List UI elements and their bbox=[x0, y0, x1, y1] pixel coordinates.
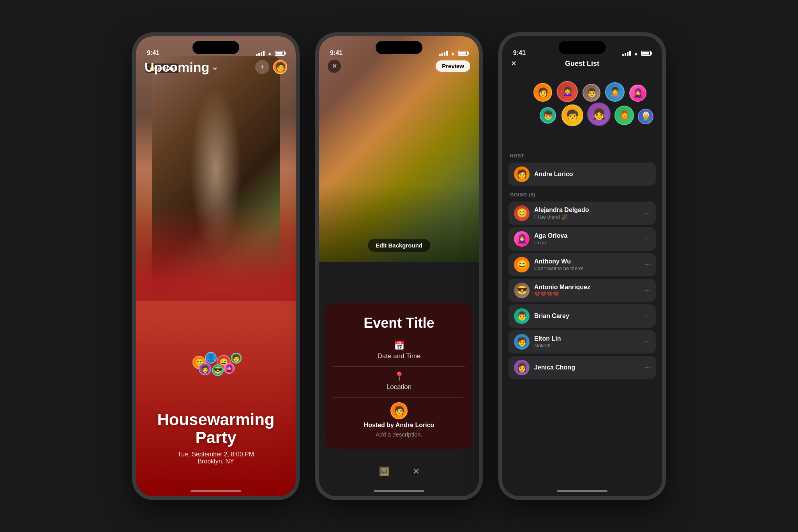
host-emoji: 🧑 bbox=[394, 406, 404, 416]
status-time-1: 9:41 bbox=[147, 49, 159, 57]
phone-3: 9:41 ▲ ✕ Guest List 🧑 👩‍🦱 👨 🧑‍🦱 🧕 � bbox=[498, 32, 666, 500]
add-event-button[interactable]: + bbox=[255, 60, 269, 74]
preview-label: Preview bbox=[442, 63, 464, 69]
close-button-2[interactable]: ✕ bbox=[328, 60, 341, 73]
guest-info-alejandra: Alejandra Delgado I'll be there! 🎉 bbox=[534, 207, 640, 220]
guest-status-alejandra: I'll be there! 🎉 bbox=[534, 214, 640, 220]
status-icons-1: ▲ bbox=[256, 50, 285, 57]
guest-status-anthony: Can't wait to be there! bbox=[534, 265, 640, 271]
guest-info-anthony: Anthony Wu Can't wait to be there! bbox=[534, 258, 640, 271]
guest-list: HOST 🧑 Andre Lorico GOING (9) 😊 Alejandr… bbox=[502, 153, 662, 484]
guest-name-aga: Aga Orlova bbox=[534, 232, 640, 239]
guest-list-title: Guest List bbox=[565, 60, 599, 68]
phone1-event-content: Housewarming Party Tue, September 2, 8:0… bbox=[136, 411, 296, 465]
guest-name-antonio: Antonio Manriquez bbox=[534, 284, 640, 291]
close-button-3[interactable]: ✕ bbox=[511, 59, 517, 68]
preview-button[interactable]: Preview bbox=[436, 60, 470, 72]
attendee-avatars[interactable]: 😊 👤 😄 🧑 👩 😎 🧕 bbox=[185, 352, 247, 383]
signal-bars-1 bbox=[256, 51, 265, 56]
battery-fill-1 bbox=[276, 52, 282, 55]
edit-background-button[interactable]: Edit Background bbox=[368, 239, 430, 252]
more-options-icon-2[interactable]: ··· bbox=[644, 235, 650, 243]
signal-bars-3 bbox=[622, 51, 631, 56]
upcoming-title: Upcoming bbox=[145, 60, 209, 75]
event-edit-card: Event Title 📅 Date and Time 📍 Location 🧑… bbox=[325, 303, 473, 449]
attendee-avatar-4: 🧑 bbox=[231, 353, 242, 364]
calendar-icon: 📅 bbox=[394, 341, 404, 351]
close-icon-2: ✕ bbox=[332, 62, 337, 70]
phone1-header: Upcoming ⌄ + 🧑 bbox=[136, 60, 296, 75]
host-section: 🧑 Hosted by Andre Lorico Add a descripti… bbox=[333, 402, 465, 438]
dismiss-icon[interactable]: ✕ bbox=[413, 467, 420, 477]
attendee-avatar-5: 👩 bbox=[199, 363, 211, 375]
home-indicator-3 bbox=[557, 490, 607, 492]
cloud-avatar-2: 👩‍🦱 bbox=[557, 81, 578, 102]
phone1-header-actions: + 🧑 bbox=[255, 60, 287, 74]
host-name: Andre Lorico bbox=[534, 171, 650, 178]
guest-info-elton: Elton Lin stoked! bbox=[534, 335, 640, 348]
date-time-field[interactable]: 📅 Date and Time bbox=[333, 341, 465, 360]
battery-2 bbox=[458, 51, 468, 56]
edit-bg-label: Edit Background bbox=[376, 242, 422, 249]
signal-bars-2 bbox=[439, 51, 448, 56]
guest-item-antonio[interactable]: 😎 Antonio Manriquez ❤️❤️❤️❤️ ··· bbox=[508, 279, 656, 302]
status-icons-2: ▲ bbox=[439, 50, 468, 57]
wifi-icon-3: ▲ bbox=[633, 50, 639, 57]
phone-1: 9:41 ▲ Upcoming ⌄ + 🧑 bbox=[132, 32, 300, 500]
user-avatar-button[interactable]: 🧑 bbox=[273, 60, 287, 74]
divider-2 bbox=[333, 397, 465, 398]
guest-item-jenica[interactable]: 👩 Jenica Chong ··· bbox=[508, 356, 656, 379]
guest-item-anthony[interactable]: 😄 Anthony Wu Can't wait to be there! ··· bbox=[508, 253, 656, 276]
guest-status-aga: I'm in! bbox=[534, 240, 640, 246]
description-placeholder[interactable]: Add a description. bbox=[376, 431, 422, 438]
guest-avatar-elton: 🧑 bbox=[514, 334, 530, 350]
status-time-2: 9:41 bbox=[330, 49, 343, 57]
location-icon: 📍 bbox=[394, 371, 404, 382]
guest-item-aga[interactable]: 🧕 Aga Orlova I'm in! ··· bbox=[508, 227, 656, 251]
phone2-bottom-bar: 🖼️ ✕ bbox=[319, 467, 479, 477]
event-title-1: Housewarming Party bbox=[144, 411, 288, 447]
avatar-emoji: 🧑 bbox=[275, 62, 286, 72]
guest-avatar-anthony: 😄 bbox=[514, 257, 530, 272]
divider-1 bbox=[333, 366, 465, 367]
cloud-avatar-3: 👨 bbox=[583, 84, 600, 102]
location-field[interactable]: 📍 Location bbox=[333, 371, 465, 391]
hosted-by-label: Hosted by Andre Lorico bbox=[364, 422, 434, 429]
location-label: Location bbox=[387, 383, 411, 391]
guest-item-elton[interactable]: 🧑 Elton Lin stoked! ··· bbox=[508, 330, 656, 353]
home-indicator-2 bbox=[374, 490, 424, 492]
guest-avatar-alejandra: 😊 bbox=[514, 205, 530, 221]
event-title-field[interactable]: Event Title bbox=[333, 315, 465, 331]
more-options-icon-7[interactable]: ··· bbox=[644, 363, 650, 371]
cloud-avatar-8: 👧 bbox=[587, 103, 611, 126]
dynamic-island-3 bbox=[559, 41, 606, 54]
cloud-avatar-9: 🧑‍🦰 bbox=[614, 106, 634, 125]
more-options-icon-6[interactable]: ··· bbox=[644, 338, 650, 346]
more-options-icon[interactable]: ··· bbox=[644, 209, 650, 217]
attendee-avatar-2: 👤 bbox=[205, 352, 217, 364]
date-time-label: Date and Time bbox=[378, 352, 421, 360]
guest-status-antonio: ❤️❤️❤️❤️ bbox=[534, 291, 640, 297]
chevron-down-icon: ⌄ bbox=[212, 62, 218, 72]
photo-library-icon[interactable]: 🖼️ bbox=[379, 467, 389, 477]
wifi-icon-1: ▲ bbox=[267, 50, 272, 57]
add-icon: + bbox=[260, 63, 265, 71]
phone1-title-header[interactable]: Upcoming ⌄ bbox=[145, 60, 218, 75]
phone1-event-photo bbox=[136, 36, 296, 301]
more-options-icon-5[interactable]: ··· bbox=[644, 312, 650, 320]
guest-avatar-aga: 🧕 bbox=[514, 231, 530, 247]
dynamic-island-2 bbox=[376, 41, 422, 54]
cloud-avatar-1: 🧑 bbox=[533, 83, 552, 102]
host-item[interactable]: 🧑 Andre Lorico bbox=[508, 163, 656, 186]
more-options-icon-4[interactable]: ··· bbox=[644, 286, 650, 294]
signal-bar-4 bbox=[263, 51, 265, 56]
guest-name-jenica: Jenica Chong bbox=[534, 364, 640, 371]
signal-bar-1 bbox=[256, 54, 258, 56]
guest-item-brian[interactable]: 👨 Brian Carey ··· bbox=[508, 304, 656, 328]
guest-item-alejandra[interactable]: 😊 Alejandra Delgado I'll be there! 🎉 ··· bbox=[508, 201, 656, 225]
phone2-header: ✕ Preview bbox=[319, 60, 479, 73]
attendee-avatar-7: 🧕 bbox=[224, 363, 235, 374]
more-options-icon-3[interactable]: ··· bbox=[644, 260, 650, 269]
cloud-avatar-6: 👦 bbox=[540, 107, 556, 124]
home-indicator-1 bbox=[191, 490, 241, 492]
